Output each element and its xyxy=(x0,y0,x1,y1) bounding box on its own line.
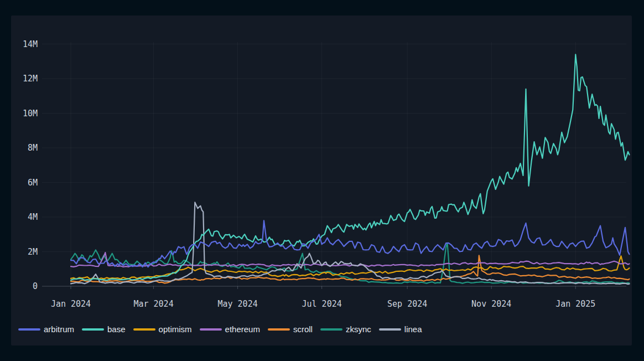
legend-swatch-ethereum xyxy=(200,328,222,331)
legend-label: optimism xyxy=(159,324,192,335)
x-axis-tick-label: May 2024 xyxy=(217,299,257,309)
legend-item-optimism[interactable]: optimism xyxy=(133,324,192,335)
legend-item-scroll[interactable]: scroll xyxy=(268,324,313,335)
x-axis-tick-label: Mar 2024 xyxy=(133,299,173,309)
y-axis-tick-label: 0 xyxy=(33,281,38,291)
y-axis-tick-label: 10M xyxy=(23,109,38,118)
legend-item-ethereum[interactable]: ethereum xyxy=(200,324,260,335)
y-axis-tick-label: 4M xyxy=(28,212,38,222)
legend-swatch-scroll xyxy=(268,328,290,331)
y-axis-tick-label: 8M xyxy=(28,143,38,153)
legend-swatch-optimism xyxy=(133,328,155,331)
x-axis-tick-label: Sep 2024 xyxy=(387,299,427,309)
x-axis-tick-label: Nov 2024 xyxy=(471,299,511,309)
legend-label: arbitrum xyxy=(44,324,74,335)
x-axis-tick-label: Jan 2024 xyxy=(51,299,91,309)
legend-swatch-base xyxy=(82,328,104,331)
legend-swatch-zksync xyxy=(320,328,342,331)
series-line-arbitrum xyxy=(71,220,630,267)
x-axis-tick-label: Jan 2025 xyxy=(555,299,595,309)
y-axis-tick-label: 14M xyxy=(23,39,38,49)
legend-item-zksync[interactable]: zksync xyxy=(320,324,371,335)
y-axis-tick-label: 6M xyxy=(28,178,38,188)
legend-swatch-arbitrum xyxy=(18,328,40,331)
legend-label: zksync xyxy=(346,324,371,335)
series-line-base xyxy=(71,54,630,280)
legend-label: ethereum xyxy=(225,324,260,335)
legend-item-base[interactable]: base xyxy=(82,324,126,335)
y-axis-tick-label: 12M xyxy=(23,74,38,84)
legend-label: base xyxy=(107,324,126,335)
chart-legend: arbitrumbaseoptimismethereumscrollzksync… xyxy=(18,324,626,335)
series-line-linea xyxy=(71,202,630,284)
legend-item-linea[interactable]: linea xyxy=(379,324,422,335)
legend-item-arbitrum[interactable]: arbitrum xyxy=(18,324,74,335)
legend-label: scroll xyxy=(293,324,313,335)
line-chart-canvas[interactable]: 02M4M6M8M10M12M14MJan 2024Mar 2024May 20… xyxy=(11,16,632,345)
x-axis-tick-label: Jul 2024 xyxy=(302,299,342,309)
y-axis-tick-label: 2M xyxy=(28,247,38,257)
chart-panel: 02M4M6M8M10M12M14MJan 2024Mar 2024May 20… xyxy=(11,16,632,345)
series-line-ethereum xyxy=(71,252,630,267)
legend-label: linea xyxy=(404,324,422,335)
legend-swatch-linea xyxy=(379,328,401,331)
